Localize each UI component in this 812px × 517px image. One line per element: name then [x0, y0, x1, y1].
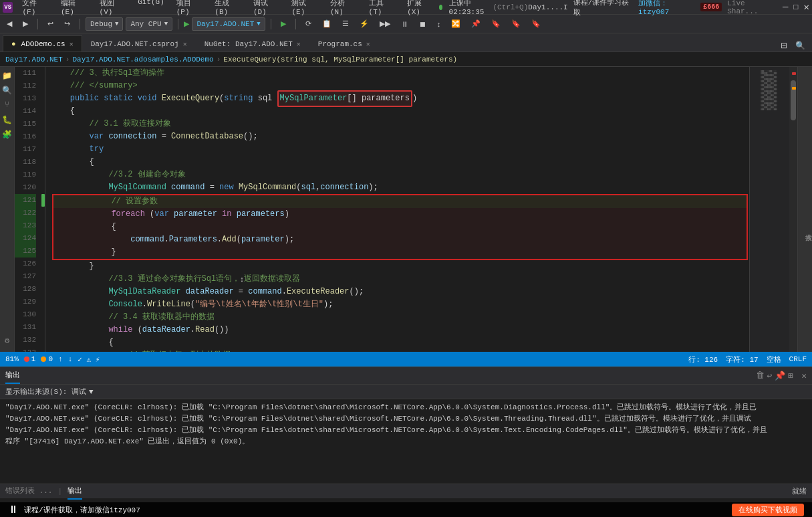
zoom-level: 81%	[5, 355, 19, 363]
toolbar-icon4[interactable]: ⚡	[356, 18, 373, 29]
code-line-122: foreach (var parameter in parameters)	[53, 208, 747, 221]
activity-explorer[interactable]: 📁	[1, 70, 13, 82]
play2-button[interactable]: ▶	[277, 18, 290, 29]
output-toolbar: 🗑 ↩ 📌 ⊞ ✕	[756, 371, 807, 381]
error-number: 1	[31, 355, 36, 363]
warning-count[interactable]: 0	[41, 355, 53, 363]
search-btn[interactable]: 🔍	[791, 39, 809, 51]
code-line-130: // 3.4 获取读取器中的数据	[51, 311, 749, 324]
output-clear-btn[interactable]: 🗑	[756, 371, 765, 381]
code-line-124: command.Parameters.Add(parameter);	[53, 233, 747, 246]
bottom-tab-output[interactable]: 输出	[67, 483, 82, 500]
line-num-133: 133	[15, 346, 36, 352]
debug-config-label: Debug	[90, 20, 112, 28]
line-num-113: 113	[15, 92, 36, 105]
undo-button[interactable]: ↩	[43, 18, 57, 29]
tab-csproj[interactable]: Day17.ADO.NET.csproj ✕	[82, 35, 196, 51]
vertical-scrollbar[interactable]	[789, 67, 797, 352]
forward-button[interactable]: ▶	[19, 18, 32, 29]
tab-program[interactable]: Program.cs ✕	[309, 35, 379, 51]
toolbar-icon3[interactable]: ☰	[338, 18, 353, 29]
live-share[interactable]: Live Shar...	[727, 0, 777, 15]
tab-csproj-close[interactable]: ✕	[183, 40, 187, 48]
status-text: 就绪	[792, 486, 807, 496]
menu-edit[interactable]: 编辑(E)	[55, 0, 93, 17]
output-pin-btn[interactable]: 📌	[775, 371, 785, 381]
undo2-button[interactable]: ↪	[60, 18, 74, 29]
back-button[interactable]: ◀	[3, 18, 16, 29]
activity-git[interactable]: ⑂	[1, 99, 13, 111]
output-filter-btn[interactable]: ⊞	[788, 371, 793, 381]
title-bar-center: 上课中 02:23:35 (Ctrl+Q)	[439, 0, 529, 16]
toolbar-icon5[interactable]: ▶▶	[376, 18, 394, 29]
toolbar-icon7[interactable]: ⏹	[415, 19, 430, 29]
activity-debug[interactable]: 🐛	[1, 114, 13, 126]
menu-extensions[interactable]: 扩展(X)	[402, 0, 439, 17]
toolbar-icon6[interactable]: ⏸	[397, 19, 412, 29]
tab-adodemo[interactable]: ● ADODemo.cs ✕	[3, 35, 82, 51]
nav-down[interactable]: ↓	[68, 355, 73, 363]
activity-settings[interactable]: ⚙	[1, 334, 13, 346]
menu-git[interactable]: Git(G)	[132, 0, 170, 17]
source-dropdown-icon[interactable]: ▼	[89, 388, 94, 396]
toolbar-icon8[interactable]: ↕	[433, 19, 445, 29]
split-editor-btn[interactable]: ⊟	[777, 39, 791, 51]
output-close-btn[interactable]: ✕	[801, 371, 807, 381]
output-tab-bar: 输出 🗑 ↩ 📌 ⊞ ✕	[0, 367, 812, 385]
window-minimize[interactable]: ─	[783, 2, 788, 13]
bottom-tab-bar: 错误列表 ... | 输出 就绪	[0, 484, 812, 498]
tab-bar: ● ADODemo.cs ✕ Day17.ADO.NET.csproj ✕ Nu…	[0, 33, 812, 52]
toolbar-icon11[interactable]: 🔖	[487, 18, 505, 29]
toolbar-icon2[interactable]: 📋	[318, 18, 335, 29]
cursor-col: 字符: 17	[726, 354, 758, 365]
right-sidebar: 搜索	[797, 67, 812, 352]
line-num-125: 125	[15, 245, 36, 257]
code-content[interactable]: /// 3、执行Sql查询操作 /// </summary> public st…	[45, 67, 749, 352]
menu-view[interactable]: 视图(V)	[94, 0, 132, 17]
window-close[interactable]: ✕	[804, 1, 809, 13]
bottom-tab-errors[interactable]: 错误列表 ...	[5, 483, 52, 500]
breadcrumb-class[interactable]: Day17.ADO.NET.adosamples.ADODemo	[72, 56, 213, 64]
breadcrumb-method[interactable]: ExecuteQuery(string sql, MySqlParameter[…	[223, 56, 457, 64]
run-button[interactable]: ▶	[184, 18, 189, 29]
breadcrumb-namespace[interactable]: Day17.ADO.NET	[5, 56, 63, 64]
code-editor: 111 112 113 114 115 116 117 118 119 120 …	[15, 67, 812, 352]
menu-debug[interactable]: 调试(D)	[248, 0, 285, 17]
debug-config-dropdown[interactable]: Debug ▼	[86, 17, 123, 31]
menu-build[interactable]: 生成(B)	[209, 0, 247, 17]
code-line-129: Console.WriteLine("编号\t姓名\t年龄\t性别\t生日");	[51, 298, 749, 311]
menu-analyze[interactable]: 分析(N)	[325, 0, 362, 17]
output-tab-active[interactable]: 输出	[5, 367, 20, 384]
tab-nuget-close[interactable]: ✕	[297, 40, 301, 48]
activity-extensions[interactable]: 🧩	[1, 128, 13, 140]
video-pause-btn[interactable]: ⏸	[8, 504, 19, 516]
menu-test[interactable]: 测试(E)	[286, 0, 323, 17]
output-wrap-btn[interactable]: ↩	[767, 371, 773, 381]
scrollbar-thumb[interactable]	[791, 80, 796, 120]
nav-up[interactable]: ↑	[58, 355, 63, 363]
tab-nuget-label: NuGet: Day17.ADO.NET	[205, 40, 293, 48]
tab-nuget[interactable]: NuGet: Day17.ADO.NET ✕	[196, 35, 309, 51]
line-num-112: 112	[15, 80, 36, 92]
toolbar-icon12[interactable]: 🔖	[507, 18, 525, 29]
toolbar-icon1[interactable]: ⟳	[301, 18, 315, 29]
code-line-113: public static void ExecuteQuery(string s…	[51, 92, 749, 105]
cursor-row: 行: 126	[688, 354, 718, 365]
menu-tools[interactable]: 工具(T)	[364, 0, 401, 17]
window-maximize[interactable]: □	[793, 3, 798, 12]
tab-program-close[interactable]: ✕	[366, 40, 370, 48]
toolbar-icon13[interactable]: 🔖	[527, 18, 545, 29]
project-dropdown[interactable]: Day17.ADO.NET ▼	[192, 17, 265, 31]
title-bar: VS 文件(F) 编辑(E) 视图(V) Git(G) 项目(P) 生成(B) …	[0, 0, 812, 15]
error-count[interactable]: 1	[24, 355, 36, 363]
menu-project[interactable]: 项目(P)	[171, 0, 209, 17]
activity-search[interactable]: 🔍	[1, 84, 13, 96]
error-marker	[792, 72, 796, 75]
cpu-dropdown[interactable]: Any CPU ▼	[126, 17, 172, 31]
toolbar-icon10[interactable]: 📌	[467, 18, 485, 29]
toolbar-icon9[interactable]: 🔀	[447, 18, 464, 29]
video-cta-btn[interactable]: 在线购买下载视频	[732, 504, 804, 516]
tab-adodemo-close[interactable]: ✕	[70, 40, 74, 48]
course-label: 课程/课件学习获取	[573, 0, 633, 17]
menu-file[interactable]: 文件(F)	[17, 0, 54, 17]
